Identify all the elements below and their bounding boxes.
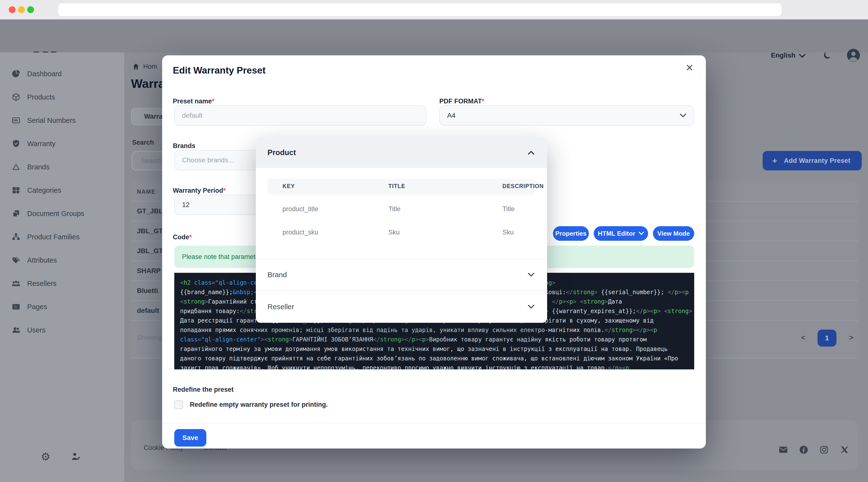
sidebar-item-pages[interactable]: Pages	[0, 301, 125, 313]
pagination-prev-button[interactable]: <	[801, 333, 805, 342]
row-name: default	[137, 307, 159, 315]
sidebar-item-label: Warranty	[27, 140, 56, 148]
redefine-checkbox[interactable]	[174, 400, 183, 409]
x-twitter-icon[interactable]	[840, 445, 849, 454]
instagram-icon[interactable]	[819, 445, 829, 454]
add-button-label: Add Warranty Preset	[784, 157, 850, 165]
sidebar-item-warranty[interactable]: Warranty	[0, 138, 125, 150]
property-description: Title	[502, 205, 515, 213]
brands-label: Brands	[173, 142, 195, 150]
sidebar-item-label: Users	[27, 326, 45, 334]
html-editor-button[interactable]: HTML Editor	[594, 226, 648, 241]
properties-dropdown-panel: Product KEY TITLE DESCRIPTION product_ti…	[256, 137, 547, 323]
pagination-page-1[interactable]: 1	[817, 329, 836, 347]
browser-chrome	[0, 0, 868, 20]
view-mode-button[interactable]: View Mode	[653, 226, 694, 241]
redefine-checkbox-label: Redefine empty warranty preset for print…	[190, 401, 328, 409]
html-editor-label: HTML Editor	[598, 230, 635, 237]
chevron-up-icon	[528, 151, 534, 155]
accordion-brand-label: Brand	[268, 270, 287, 279]
sidebar-item-attributes[interactable]: Attributes	[0, 254, 125, 266]
language-selector[interactable]: English	[771, 52, 796, 59]
sidebar-item-products[interactable]: Products	[0, 91, 125, 103]
sidebar-item-label: Attributes	[27, 256, 57, 264]
sidebar-item-label: Dashboard	[27, 70, 62, 78]
sidebar-item-brands[interactable]: Brands	[0, 161, 125, 173]
chevron-down-icon	[639, 231, 644, 235]
chevron-down-icon	[680, 113, 686, 118]
top-navbar: DPP English	[0, 20, 868, 53]
sidebar-item-label: Categories	[27, 186, 61, 194]
warranty-period-label: Warranty Period*	[173, 187, 226, 194]
sidebar-item-label: Pages	[27, 303, 47, 311]
sidebar-item-document-groups[interactable]: Document Groups	[0, 208, 125, 219]
sidebar-item-label: Product Families	[27, 233, 80, 241]
sidebar: Dashboard Products Serial Numbers Warran…	[0, 53, 125, 482]
user-edit-icon[interactable]	[71, 451, 81, 461]
sidebar-item-categories[interactable]: Categories	[0, 185, 125, 196]
sidebar-item-label: Brands	[27, 163, 50, 171]
cube-icon	[12, 93, 21, 101]
save-button[interactable]: Save	[174, 429, 206, 447]
pdf-format-value: A4	[447, 111, 455, 120]
column-header-title: TITLE	[389, 183, 405, 190]
accordion-reseller-label: Reseller	[268, 303, 294, 311]
sidebar-item-users[interactable]: Users	[0, 324, 125, 336]
sidebar-item-label: Serial Numbers	[27, 117, 76, 125]
accordion-product[interactable]: Product	[256, 137, 547, 168]
close-icon[interactable]: ✕	[685, 62, 694, 73]
facebook-icon[interactable]	[799, 445, 808, 454]
breadcrumb-home-label: Hom	[143, 63, 157, 70]
traffic-light-maximize[interactable]	[27, 6, 34, 13]
chevron-down-icon	[799, 54, 805, 58]
pagination-next-button[interactable]: >	[849, 333, 854, 342]
search-label: Search	[132, 139, 154, 146]
table-header-name: NAME	[137, 188, 156, 195]
page-title: Warra	[131, 77, 165, 91]
property-title: Title	[389, 205, 401, 213]
accordion-brand[interactable]: Brand	[256, 259, 547, 290]
accordion-product-label: Product	[268, 148, 296, 157]
documents-icon	[12, 209, 21, 218]
accordion-reseller[interactable]: Reseller	[256, 290, 547, 323]
property-key: product_sku	[282, 229, 318, 236]
traffic-light-close[interactable]	[9, 6, 16, 13]
properties-button[interactable]: Properties	[553, 226, 589, 241]
traffic-light-minimize[interactable]	[18, 6, 25, 13]
property-key: product_title	[282, 205, 318, 213]
sidebar-item-product-families[interactable]: Product Families	[0, 231, 125, 243]
barcode-icon	[12, 116, 21, 125]
preset-name-input[interactable]	[174, 105, 426, 126]
sidebar-item-dashboard[interactable]: Dashboard	[0, 68, 125, 79]
grid-icon	[12, 186, 21, 195]
add-warranty-preset-button[interactable]: + Add Warranty Preset	[763, 151, 862, 170]
pdf-format-select[interactable]: A4	[439, 105, 694, 126]
url-bar[interactable]	[58, 3, 782, 16]
users-icon	[12, 326, 21, 334]
people-group-icon	[12, 279, 21, 288]
column-header-description: DESCRIPTION	[502, 183, 544, 190]
modal-footer-divider	[162, 423, 706, 423]
language-label: English	[771, 52, 796, 59]
tags-icon	[12, 256, 21, 264]
dark-mode-moon-icon[interactable]	[823, 51, 832, 60]
code-label: Code*	[173, 233, 192, 241]
chevron-down-icon	[528, 304, 534, 309]
card-icon	[12, 302, 21, 311]
app-root: DPP English Dashboard Products Serial Nu…	[0, 0, 868, 482]
avatar[interactable]	[846, 47, 861, 63]
sidebar-item-label: Document Groups	[27, 210, 84, 218]
settings-gear-icon[interactable]: ⚙	[41, 450, 50, 463]
sidebar-item-resellers[interactable]: Resellers	[0, 278, 125, 289]
mail-icon[interactable]	[779, 445, 788, 454]
redefine-label: Redefine the preset	[173, 386, 234, 393]
chevron-down-icon	[528, 272, 534, 277]
row-name: Bluetti	[137, 287, 158, 295]
shield-check-icon	[12, 139, 21, 148]
sidebar-item-serial-numbers[interactable]: Serial Numbers	[0, 115, 125, 126]
preset-name-label: Preset name*	[173, 98, 214, 105]
property-title: Sku	[389, 229, 400, 236]
column-header-key: KEY	[282, 183, 295, 190]
breadcrumb[interactable]: Hom	[132, 63, 157, 70]
sitemap-icon	[12, 232, 21, 241]
